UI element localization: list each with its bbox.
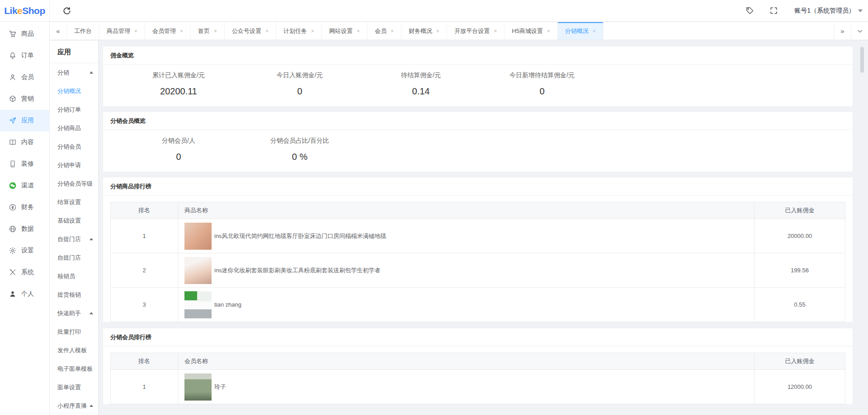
tab-close-icon[interactable]: × bbox=[134, 28, 137, 34]
vertical-scrollbar-thumb[interactable] bbox=[860, 47, 864, 73]
tag-icon[interactable] bbox=[745, 6, 754, 15]
submenu-item-pickup-verification[interactable]: 提货核销 bbox=[50, 285, 98, 304]
tab-label: 首页 bbox=[198, 27, 210, 35]
sidebar-item-label: 数据 bbox=[21, 225, 34, 233]
sidebar-item-apps[interactable]: 应用 bbox=[0, 110, 49, 131]
tab-h5-mall-settings[interactable]: H5商城设置× bbox=[505, 22, 558, 40]
stat-today-new-pending-commission: 今日新增待结算佣金/元 0 bbox=[481, 71, 603, 97]
submenu-item-pickup-store[interactable]: 自提门店 bbox=[50, 248, 98, 267]
tab-close-icon[interactable]: × bbox=[436, 28, 439, 34]
goods-name-cell: tian zhang bbox=[178, 288, 755, 322]
tabs-menu-button[interactable] bbox=[851, 22, 868, 40]
tab-close-icon[interactable]: × bbox=[214, 28, 217, 34]
tab-close-icon[interactable]: × bbox=[547, 28, 550, 34]
main-content: 佣金概览 累计已入账佣金/元 20200.11 今日入账佣金/元 0 待结算佣金… bbox=[99, 41, 868, 415]
sidebar-item-label: 营销 bbox=[21, 95, 34, 103]
fullscreen-icon[interactable] bbox=[769, 6, 778, 15]
column-header-rank: 排名 bbox=[111, 353, 178, 369]
submenu-item-distribution-members[interactable]: 分销会员 bbox=[50, 137, 98, 156]
sidebar-item-system[interactable]: 系统 bbox=[0, 261, 49, 283]
secondary-sidebar: 应用 分销 分销概况 分销订单 分销商品 分销会员 分销申请 分销会员等级 结算… bbox=[50, 41, 99, 415]
tab-finance-overview[interactable]: 财务概况× bbox=[401, 22, 447, 40]
makeup-brush-product-image bbox=[184, 257, 212, 284]
rank-cell: 1 bbox=[111, 370, 178, 404]
tabs-scroll-left-button[interactable]: « bbox=[50, 22, 67, 40]
submenu-item-label: 面单设置 bbox=[57, 383, 81, 392]
tab-distribution-overview[interactable]: 分销概况× bbox=[558, 22, 604, 40]
tab-goods-management[interactable]: 商品管理× bbox=[99, 22, 145, 40]
submenu-group-distribution[interactable]: 分销 bbox=[50, 63, 98, 82]
tab-website-settings[interactable]: 网站设置× bbox=[322, 22, 368, 40]
tab-member[interactable]: 会员× bbox=[368, 22, 401, 40]
card-title: 分销会员排行榜 bbox=[103, 328, 853, 346]
submenu-item-distribution-member-levels[interactable]: 分销会员等级 bbox=[50, 174, 98, 193]
submenu-item-waybill-settings[interactable]: 面单设置 bbox=[50, 378, 98, 396]
refresh-icon[interactable] bbox=[62, 6, 71, 15]
tab-label: H5商城设置 bbox=[512, 27, 543, 35]
tab-close-icon[interactable]: × bbox=[391, 28, 394, 34]
sidebar-item-channel[interactable]: 渠道 bbox=[0, 175, 49, 196]
collapse-arrow-icon bbox=[90, 312, 93, 314]
sidebar-item-profile[interactable]: 个人 bbox=[0, 283, 49, 305]
top-header-bar: LikeShop 账号1（系统管理员） bbox=[0, 0, 868, 22]
tab-close-icon[interactable]: × bbox=[357, 28, 360, 34]
submenu-item-distribution-orders[interactable]: 分销订单 bbox=[50, 100, 98, 119]
submenu-item-batch-print[interactable]: 批量打印 bbox=[50, 322, 98, 341]
sidebar-item-orders[interactable]: 订单 bbox=[0, 45, 49, 66]
member-ranking-card: 分销会员排行榜 排名 会员名称 已入账佣金 1 玲子 12000.00 bbox=[103, 328, 853, 404]
logo-text: LikeShop bbox=[4, 5, 45, 16]
tab-label: 财务概况 bbox=[409, 27, 432, 35]
account-dropdown[interactable]: 账号1（系统管理员） bbox=[794, 7, 863, 15]
tab-close-icon[interactable]: × bbox=[311, 28, 314, 34]
stat-label: 今日入账佣金/元 bbox=[239, 71, 360, 79]
collapse-arrow-icon bbox=[90, 405, 93, 407]
tab-member-management[interactable]: 会员管理× bbox=[145, 22, 191, 40]
submenu-item-label: 分销概况 bbox=[57, 87, 81, 95]
tab-close-icon[interactable]: × bbox=[593, 28, 596, 34]
submenu-item-sender-template[interactable]: 发件人模板 bbox=[50, 341, 98, 359]
tab-official-account-settings[interactable]: 公众号设置× bbox=[225, 22, 276, 40]
goods-name: tian zhang bbox=[214, 301, 241, 308]
tab-close-icon[interactable]: × bbox=[180, 28, 183, 34]
submenu-item-distribution-goods[interactable]: 分销商品 bbox=[50, 119, 98, 137]
submenu-item-basic-settings[interactable]: 基础设置 bbox=[50, 211, 98, 230]
sidebar-item-content[interactable]: 内容 bbox=[0, 131, 49, 153]
tab-open-platform-settings[interactable]: 开放平台设置× bbox=[447, 22, 505, 40]
submenu-group-miniprogram-live[interactable]: 小程序直播 bbox=[50, 396, 98, 415]
submenu-item-distribution-overview[interactable]: 分销概况 bbox=[50, 82, 98, 100]
sidebar-item-goods[interactable]: 商品 bbox=[0, 23, 49, 45]
sidebar-item-settings[interactable]: 设置 bbox=[0, 240, 49, 261]
sidebar-item-members[interactable]: 会员 bbox=[0, 66, 49, 88]
card-title: 分销会员概览 bbox=[103, 112, 853, 130]
submenu-group-express-helper[interactable]: 快递助手 bbox=[50, 304, 98, 322]
submenu-group-label: 小程序直播 bbox=[57, 402, 87, 410]
sidebar-item-label: 个人 bbox=[21, 290, 34, 298]
goods-name: ins风北欧现代简约网红地毯客厅卧室床边门口房间榻榻米满铺地毯 bbox=[214, 232, 387, 240]
tab-home[interactable]: 首页× bbox=[191, 22, 225, 40]
tab-workbench[interactable]: 工作台 bbox=[67, 22, 99, 40]
submenu-item-e-waybill-template[interactable]: 电子面单模板 bbox=[50, 359, 98, 378]
sidebar-item-label: 系统 bbox=[21, 268, 34, 276]
submenu-item-label: 核销员 bbox=[57, 272, 75, 280]
carpet-product-image bbox=[184, 223, 212, 250]
sidebar-item-finance[interactable]: 财务 bbox=[0, 196, 49, 218]
submenu-group-pickup-store[interactable]: 自提门店 bbox=[50, 230, 98, 248]
submenu-item-settlement-settings[interactable]: 结算设置 bbox=[50, 193, 98, 211]
submenu-item-distribution-applications[interactable]: 分销申请 bbox=[50, 156, 98, 174]
column-header-commission: 已入账佣金 bbox=[755, 202, 845, 219]
stat-label: 分销会员占比/百分比 bbox=[239, 137, 360, 145]
stat-total-commission: 累计已入账佣金/元 20200.11 bbox=[118, 71, 239, 97]
submenu-item-label: 批量打印 bbox=[57, 328, 81, 336]
sidebar-item-data[interactable]: 数据 bbox=[0, 218, 49, 240]
submenu-item-verifier[interactable]: 核销员 bbox=[50, 267, 98, 285]
submenu-item-label: 分销订单 bbox=[57, 106, 81, 114]
stat-label: 累计已入账佣金/元 bbox=[118, 71, 239, 79]
sidebar-item-decoration[interactable]: 装修 bbox=[0, 153, 49, 175]
tab-close-icon[interactable]: × bbox=[265, 28, 269, 34]
tab-scheduled-tasks[interactable]: 计划任务× bbox=[276, 22, 322, 40]
sidebar-item-marketing[interactable]: 营销 bbox=[0, 88, 49, 110]
goods-name-cell: ins迷你化妆刷套装眼影刷美妆工具粉底刷套装送刷包学生初学者 bbox=[178, 253, 755, 287]
tabs-scroll-right-button[interactable]: » bbox=[834, 22, 851, 40]
globe-icon bbox=[9, 225, 17, 233]
tab-close-icon[interactable]: × bbox=[494, 28, 497, 34]
